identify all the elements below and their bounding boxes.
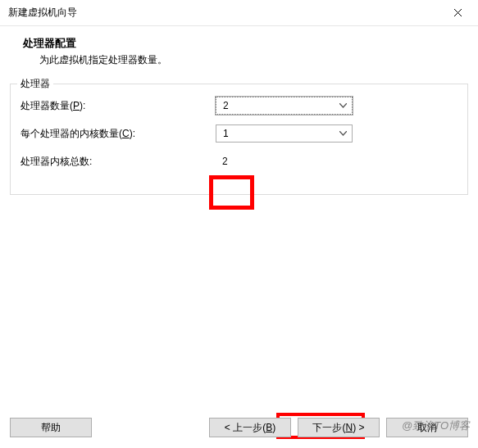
next-button[interactable]: 下一步(N) > xyxy=(298,418,380,437)
total-cores-row: 处理器内核总数: 2 xyxy=(20,152,458,171)
content-area: 处理器 处理器数量(P): 2 每个处理器的内核数量(C): 1 xyxy=(0,79,478,195)
total-cores-label: 处理器内核总数: xyxy=(20,155,216,169)
chevron-down-icon xyxy=(335,98,350,113)
fieldset-legend: 处理器 xyxy=(17,77,53,91)
cancel-button[interactable]: 取消 xyxy=(386,418,468,437)
cores-per-processor-value: 1 xyxy=(223,128,229,139)
window-title: 新建虚拟机向导 xyxy=(8,6,77,20)
cores-per-processor-dropdown[interactable]: 1 xyxy=(216,124,353,143)
processor-fieldset: 处理器 处理器数量(P): 2 每个处理器的内核数量(C): 1 xyxy=(10,84,468,195)
processor-count-row: 处理器数量(P): 2 xyxy=(20,96,458,115)
wizard-header: 处理器配置 为此虚拟机指定处理器数量。 xyxy=(0,26,478,79)
processor-count-label: 处理器数量(P): xyxy=(20,99,216,113)
chevron-down-icon xyxy=(335,126,350,141)
cores-per-processor-label: 每个处理器的内核数量(C): xyxy=(20,127,216,141)
total-cores-value: 2 xyxy=(216,156,228,167)
cores-per-processor-row: 每个处理器的内核数量(C): 1 xyxy=(20,124,458,143)
titlebar: 新建虚拟机向导 xyxy=(0,0,478,26)
page-subtitle: 为此虚拟机指定处理器数量。 xyxy=(23,53,465,67)
processor-count-value: 2 xyxy=(223,100,229,111)
page-title: 处理器配置 xyxy=(23,36,465,51)
close-button[interactable] xyxy=(445,0,470,25)
back-button[interactable]: < 上一步(B) xyxy=(209,418,291,437)
help-button[interactable]: 帮助 xyxy=(10,418,92,437)
wizard-footer: 帮助 < 上一步(B) 下一步(N) > 取消 xyxy=(0,407,478,448)
close-icon xyxy=(453,8,462,17)
processor-count-dropdown[interactable]: 2 xyxy=(216,97,353,115)
